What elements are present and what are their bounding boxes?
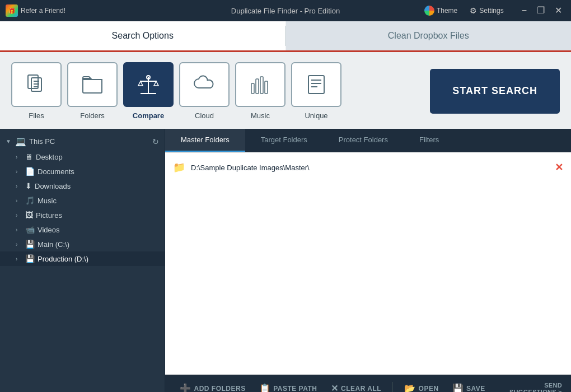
tree-item-label: Production (D:\) [38,255,88,263]
downloads-folder-icon: ⬇ [25,181,32,190]
tree-item-videos[interactable]: › 📹 Videos [0,222,165,237]
inner-tab-master-folders[interactable]: Master Folders [165,129,245,152]
tree-item-music[interactable]: › 🎵 Music [0,193,165,208]
folders-icon [80,72,105,97]
refer-icon: 🎁 [6,4,18,17]
icon-item-compare[interactable]: Compare [123,62,174,120]
settings-button[interactable]: ⚙ Settings [467,5,506,16]
tab-clean-dropbox[interactable]: Clean Dropbox Files [286,21,572,50]
open-button[interactable]: 📂 OPEN [399,380,444,392]
unique-label: Unique [305,111,327,120]
theme-label: Theme [437,7,457,15]
clear-all-label: CLEAR ALL [341,385,381,393]
icon-items: Files Folders [11,62,419,120]
tree-arrow-pictures: › [16,212,22,218]
folder-area: 📁 D:\Sample Duplicate Images\Master\ ✕ [165,152,571,375]
refer-label: Refer a Friend! [21,7,65,15]
close-button[interactable]: ✕ [551,5,565,16]
settings-icon: ⚙ [470,6,477,15]
restore-button[interactable]: ❐ [533,5,548,16]
documents-folder-icon: 📄 [25,167,35,176]
svg-rect-10 [256,79,259,94]
refresh-button[interactable]: ↻ [152,137,159,146]
remove-folder-button[interactable]: ✕ [555,162,563,172]
inner-tab-protect-folders[interactable]: Protect Folders [323,129,404,152]
tree-item-label: Main (C:\) [38,240,69,249]
clear-all-button[interactable]: ✕ CLEAR ALL [325,380,387,392]
add-folders-label: ADD FOLDERS [194,385,246,393]
tree-root-this-pc[interactable]: ▼ 💻 This PC ↻ [0,133,165,150]
icon-item-files[interactable]: Files [11,62,62,120]
title-controls: Theme ⚙ Settings − ❐ ✕ [422,4,565,17]
icon-box-music [235,62,286,107]
tree-item-documents[interactable]: › 📄 Documents [0,164,165,179]
right-panel: Master Folders Target Folders Protect Fo… [165,129,571,392]
minimize-button[interactable]: − [518,5,530,16]
tree-arrow-downloads: › [16,183,22,189]
tree-item-desktop[interactable]: › 🖥 Desktop [0,150,165,164]
theme-icon [424,6,434,16]
tree-arrow-main-c: › [16,241,22,248]
save-button[interactable]: 💾 SAVE [447,380,491,392]
svg-rect-12 [265,81,268,94]
save-icon: 💾 [452,383,464,392]
drive-c-icon: 💾 [25,240,35,249]
add-folders-button[interactable]: ➕ ADD FOLDERS [174,380,251,392]
icon-item-music[interactable]: Music [235,62,286,120]
tree-item-label: Desktop [36,153,63,161]
icon-box-compare [123,62,174,107]
tree-arrow-root: ▼ [6,138,12,144]
tree-arrow-videos: › [16,227,22,233]
action-divider [392,382,393,393]
tree-item-label: Downloads [35,182,71,190]
paste-path-button[interactable]: 📋 PASTE PATH [254,380,323,392]
settings-label: Settings [479,7,503,15]
icon-box-folders [67,62,118,107]
theme-button[interactable]: Theme [422,4,460,17]
refer-friend-button[interactable]: 🎁 Refer a Friend! [6,4,65,17]
svg-rect-11 [260,77,263,94]
title-bar: 🎁 Refer a Friend! Duplicate File Finder … [0,0,571,21]
tree-root-label: This PC [29,137,55,146]
cloud-label: Cloud [195,111,214,120]
tree-item-label: Documents [38,167,74,176]
paste-path-label: PASTE PATH [273,385,317,393]
toolbar-buttons: Theme ⚙ Settings [422,4,506,17]
folders-label: Folders [80,111,104,120]
paste-path-icon: 📋 [259,383,271,392]
clear-all-icon: ✕ [331,383,339,392]
videos-folder-icon: 📹 [25,225,35,234]
tree-item-label: Videos [38,226,60,234]
folder-path: D:\Sample Duplicate Images\Master\ [191,164,549,172]
icon-item-unique[interactable]: Unique [291,62,341,120]
tree-arrow-production-d: › [16,256,22,262]
icons-row: Files Folders [0,52,571,129]
svg-rect-9 [251,83,254,94]
compare-icon [136,72,161,97]
svg-rect-13 [308,76,324,94]
app-title: Duplicate File Finder - Pro Edition [231,7,340,15]
folder-entry-icon: 📁 [173,161,185,174]
music-label: Music [251,111,270,120]
icon-item-folders[interactable]: Folders [67,62,118,120]
cloud-icon [192,72,217,97]
unique-icon [304,72,329,97]
inner-tab-target-folders[interactable]: Target Folders [245,129,323,152]
tree-item-downloads[interactable]: › ⬇ Downloads [0,179,165,193]
tree-item-pictures[interactable]: › 🖼 Pictures [0,208,165,222]
main-tab-bar: Search Options Clean Dropbox Files [0,21,571,52]
tab-search-options[interactable]: Search Options [0,21,286,52]
files-icon [24,72,49,97]
tree-item-production-d[interactable]: › 💾 Production (D:\) [0,251,165,266]
tree-arrow-documents: › [16,169,22,175]
action-bar: ➕ ADD FOLDERS 📋 PASTE PATH ✕ CLEAR ALL 📂… [165,375,571,392]
icon-item-cloud[interactable]: Cloud [179,62,230,120]
icon-box-cloud [179,62,230,107]
music-icon [248,72,273,97]
open-icon: 📂 [404,383,416,392]
send-suggestions-button[interactable]: SEND SUGGESTIONS > [509,382,562,393]
files-label: Files [29,111,44,120]
start-search-button[interactable]: START SEARCH [430,69,560,114]
inner-tab-filters[interactable]: Filters [404,129,455,152]
tree-item-main-c[interactable]: › 💾 Main (C:\) [0,237,165,251]
